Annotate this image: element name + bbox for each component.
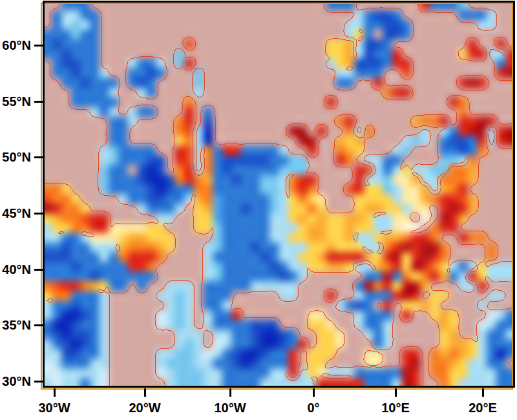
y-tick-label-0: 60°N bbox=[0, 38, 31, 53]
x-tick-label-0: 30°W bbox=[38, 401, 70, 415]
x-tick-label-2: 10°W bbox=[214, 401, 246, 415]
y-tick-2 bbox=[34, 156, 43, 158]
plot-frame bbox=[43, 1, 515, 388]
y-tick-label-5: 35°N bbox=[0, 318, 31, 333]
x-tick-4 bbox=[395, 388, 397, 397]
y-tick-5 bbox=[34, 324, 43, 326]
x-tick-label-4: 10°E bbox=[381, 401, 410, 415]
x-tick-0 bbox=[54, 388, 56, 397]
y-tick-3 bbox=[34, 213, 43, 215]
weather-contour-map-figure: 30°W20°W10°W0°10°E20°E 60°N55°N50°N45°N4… bbox=[0, 0, 517, 420]
x-tick-label-1: 20°W bbox=[129, 401, 160, 415]
y-tick-label-6: 30°N bbox=[0, 374, 31, 389]
x-tick-5 bbox=[482, 388, 484, 397]
y-tick-0 bbox=[34, 45, 43, 47]
y-tick-1 bbox=[34, 101, 43, 103]
x-tick-label-3: 0° bbox=[307, 401, 319, 415]
x-tick-3 bbox=[313, 388, 315, 397]
y-tick-6 bbox=[34, 381, 43, 383]
y-tick-label-2: 50°N bbox=[0, 150, 31, 165]
y-tick-4 bbox=[34, 269, 43, 271]
x-tick-1 bbox=[144, 388, 146, 397]
x-tick-label-5: 20°E bbox=[469, 401, 497, 415]
y-tick-label-1: 55°N bbox=[0, 94, 31, 109]
x-tick-2 bbox=[229, 388, 231, 397]
y-tick-label-3: 45°N bbox=[0, 206, 31, 221]
y-tick-label-4: 40°N bbox=[0, 262, 31, 277]
